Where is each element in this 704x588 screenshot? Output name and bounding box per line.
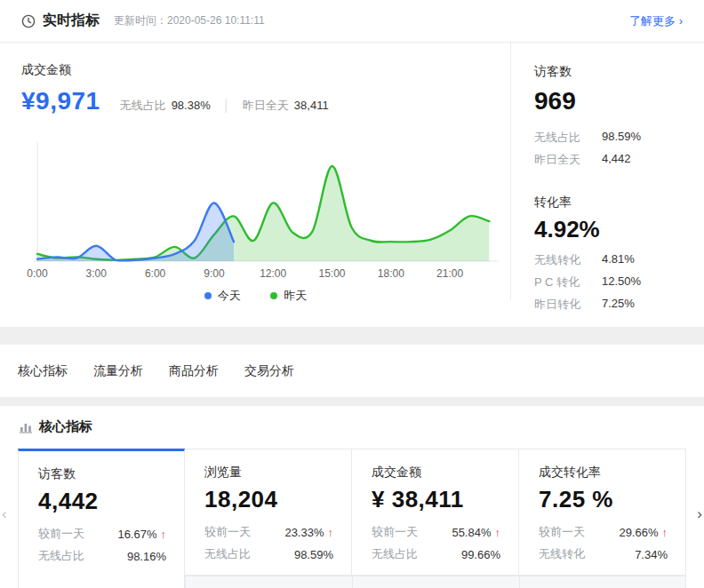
realtime-body: 成交金额 ¥9,971 无线占比98.38% │ 昨日全天38,411 0:00… [0,43,704,327]
visitors-label: 访客数 [534,64,704,80]
kpi-card-pageviews[interactable]: 浏览量 18,204 较前一天 23.33%↑ 无线占比 98.59% [185,449,352,576]
row-label: 较前一天 [38,526,84,542]
row-value: 98.59% [602,130,641,146]
kpi-card-conversion[interactable]: 成交转化率 7.25 % 较前一天 29.66%↑ 无线转化 7.34% [519,449,686,576]
realtime-header: 实时指标 更新时间：2020-05-26 10:11:11 了解更多 › [0,0,704,43]
up-arrow-icon: ↑ [161,528,167,541]
inactive-cards-footer [185,576,686,588]
realtime-trend-chart: 0:003:006:009:0012:0015:0018:0021:00 [11,137,505,290]
card-rows: 较前一天 23.33%↑ 无线占比 98.59% [204,524,333,562]
divider: │ [223,99,230,112]
row-label: 无线占比 [372,546,418,562]
row-value: 4.81% [602,252,635,268]
row-value: 99.66% [461,548,500,561]
card-row-dod: 较前一天 16.67%↑ [38,526,166,542]
row-label: 较前一天 [204,524,251,540]
chart-legend: 今天 昨天 [0,288,511,304]
visitors-wireless-row: 无线占比 98.59% [534,130,704,146]
visitors-yesterday-row: 昨日全天 4,442 [534,152,704,168]
legend-yesterday-label: 昨天 [284,288,307,304]
card-label: 访客数 [38,466,166,482]
x-tick-label: 0:00 [27,267,48,280]
kpi-side-panel: 访客数 969 无线占比 98.59% 昨日全天 4,442 [511,43,704,327]
conversion-label: 转化率 [534,195,704,211]
card-row-dod: 较前一天 23.33%↑ [204,524,333,540]
kpi-cards-row: 访客数 4,442 较前一天 16.67%↑ 无线占比 98.16% 浏览量 1… [18,449,686,588]
gmv-value: ¥9,971 [21,87,100,115]
card-rows: 较前一天 55.84%↑ 无线占比 99.66% [372,524,500,562]
row-label: 无线转化 [534,252,591,268]
card-rows: 较前一天 16.67%↑ 无线占比 98.16% [38,526,166,564]
carousel-prev-button[interactable]: ‹ [2,505,7,523]
gmv-metric-block: 成交金额 ¥9,971 无线占比98.38% │ 昨日全天38,411 [0,43,510,115]
card-label: 浏览量 [204,465,333,481]
conversion-subrows: 无线转化 4.81% P C 转化 12.50% 昨日转化 7.25% [534,252,704,313]
core-metrics-header: 核心指标 [0,406,704,435]
core-metrics-section: 核心指标 访客数 4,442 较前一天 16.67%↑ 无线占比 98.16% [0,406,704,588]
tab-core-metrics[interactable]: 核心指标 [18,363,68,379]
visitors-subrows: 无线占比 98.59% 昨日全天 4,442 [534,130,704,168]
row-value: 7.25% [602,297,635,313]
card-row-wireless: 无线占比 99.66% [372,546,500,562]
today-dot-icon [204,292,212,299]
tab-trade-analysis[interactable]: 交易分析 [244,363,294,379]
page-title: 实时指标 [43,12,100,30]
kpi-card-visitors[interactable]: 访客数 4,442 较前一天 16.67%↑ 无线占比 98.16% [18,449,185,588]
row-value: 55.84%↑ [452,526,500,539]
conversion-yesterday-row: 昨日转化 7.25% [534,297,704,313]
card-row-wireless: 无线占比 98.16% [38,548,166,564]
row-label: 昨日全天 [534,152,591,168]
carousel-next-button[interactable]: › [697,505,702,523]
row-value: 16.67%↑ [117,528,166,541]
row-value: 98.59% [294,548,333,561]
gmv-yesterday-value: 38,411 [294,99,329,112]
x-tick-label: 18:00 [378,267,404,280]
gmv-wireless-ratio-value: 98.38% [172,99,211,112]
gmv-yesterday-label: 昨日全天 [243,99,289,112]
up-arrow-icon: ↑ [495,526,501,539]
legend-today-label: 今天 [218,288,241,304]
card-value: 7.25 % [539,486,668,513]
x-tick-label: 6:00 [145,267,166,280]
analysis-tabs-bar: 核心指标 流量分析 商品分析 交易分析 [0,345,704,397]
realtime-dashboard-page: 实时指标 更新时间：2020-05-26 10:11:11 了解更多 › 成交金… [0,0,704,588]
row-label: 无线占比 [204,546,251,562]
card-row-wireless: 无线转化 7.34% [539,546,668,562]
tab-traffic-analysis[interactable]: 流量分析 [93,363,143,379]
conversion-pc-row: P C 转化 12.50% [534,274,704,290]
card-label: 成交金额 [372,465,500,481]
row-label: 无线占比 [38,548,84,564]
card-value: 18,204 [204,486,333,513]
x-tick-label: 9:00 [204,267,225,280]
conversion-wireless-row: 无线转化 4.81% [534,252,704,268]
gmv-wireless-ratio: 无线占比98.38% [120,98,211,114]
x-tick-label: 21:00 [436,267,463,280]
visitors-value: 969 [534,87,704,115]
row-value: 7.34% [635,548,668,561]
x-tick-label: 12:00 [260,267,286,280]
row-label: 较前一天 [372,524,418,540]
core-metrics-title: 核心指标 [39,418,92,435]
visitors-block: 访客数 969 无线占比 98.59% 昨日全天 4,442 [534,64,704,168]
tab-product-analysis[interactable]: 商品分析 [169,363,219,379]
conversion-block: 转化率 4.92% 无线转化 4.81% P C 转化 12.50% 昨日转化 [534,195,704,313]
row-value: 23.33%↑ [284,526,333,539]
yesterday-dot-icon [270,292,277,299]
up-arrow-icon: ↑ [328,526,334,539]
card-row-dod: 较前一天 29.66%↑ [539,524,668,540]
trend-panel: 成交金额 ¥9,971 无线占比98.38% │ 昨日全天38,411 0:00… [0,43,511,300]
gmv-label: 成交金额 [21,62,510,78]
row-label: 昨日转化 [534,297,591,313]
gmv-wireless-ratio-label: 无线占比 [120,99,166,112]
row-label: P C 转化 [534,274,591,290]
legend-item-yesterday[interactable]: 昨天 [270,288,307,304]
card-row-dod: 较前一天 55.84%↑ [372,524,500,540]
kpi-card-gmv[interactable]: 成交金额 ¥ 38,411 较前一天 55.84%↑ 无线占比 99.66% [352,449,519,576]
gmv-yesterday-total: 昨日全天38,411 [243,98,329,114]
clock-icon [21,14,36,28]
divider [352,576,353,588]
legend-item-today[interactable]: 今天 [204,288,241,304]
row-value: 4,442 [602,152,631,168]
learn-more-link[interactable]: 了解更多 › [629,13,683,29]
row-value: 98.16% [127,550,166,563]
